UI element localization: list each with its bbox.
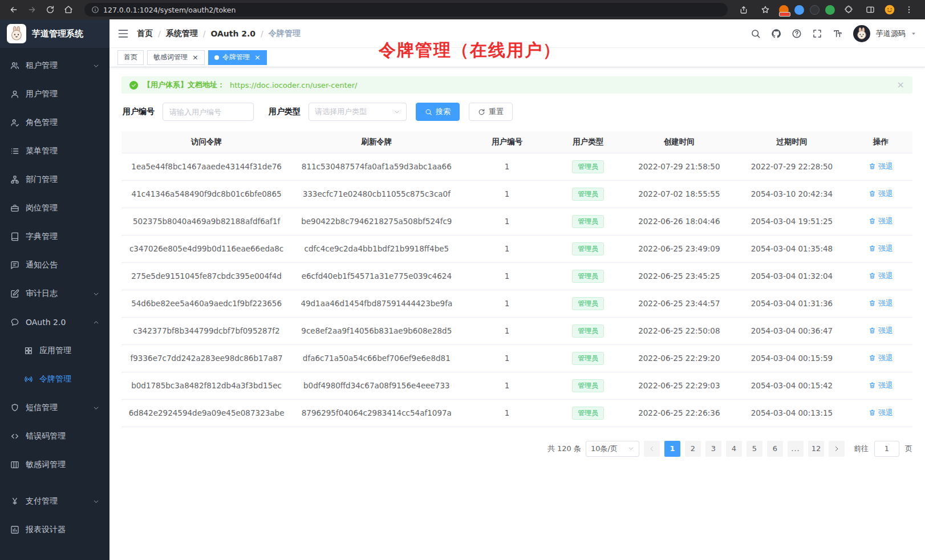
force-logout-button[interactable]: 强退 [869, 161, 893, 172]
user-type-label: 用户类型 [269, 107, 301, 117]
sidebar-item-oauth[interactable]: OAuth 2.0 [0, 308, 109, 336]
alert-close-icon[interactable]: × [897, 80, 904, 90]
tab-close-icon[interactable]: × [192, 54, 198, 61]
next-page-button[interactable] [829, 441, 845, 457]
force-logout-button[interactable]: 强退 [869, 189, 893, 199]
extension-icon-3[interactable] [810, 5, 819, 15]
rabbit-logo-icon [9, 26, 25, 42]
back-icon[interactable] [6, 2, 22, 17]
page-button-2[interactable]: 2 [685, 441, 701, 457]
trash-icon [869, 299, 876, 307]
doc-alert: 【用户体系】文档地址： https://doc.iocoder.cn/user-… [121, 76, 912, 94]
force-logout-button[interactable]: 强退 [869, 271, 893, 281]
breadcrumb-item: 令牌管理 [269, 29, 301, 39]
page-ellipsis[interactable]: ... [788, 441, 804, 457]
user-id-cell: 1 [461, 262, 553, 290]
force-logout-button[interactable]: 强退 [869, 298, 893, 309]
tab-label: 敏感词管理 [153, 52, 188, 62]
reset-button[interactable]: 重置 [469, 103, 513, 121]
sidebar-item-sms[interactable]: 短信管理 [0, 393, 109, 422]
sidebar-item-audit[interactable]: 审计日志 [0, 279, 109, 308]
browser-profile-avatar[interactable] [884, 4, 895, 15]
force-logout-button[interactable]: 强退 [869, 326, 893, 336]
breadcrumb-item[interactable]: 系统管理 [166, 29, 198, 39]
sidebar-item-dept[interactable]: 部门管理 [0, 165, 109, 194]
sidebar-item-token[interactable]: 令牌管理 [0, 365, 109, 393]
sidebar-item-notice[interactable]: 通知公告 [0, 251, 109, 279]
page-button-1[interactable]: 1 [664, 441, 680, 457]
role-icon [10, 118, 19, 127]
sidebar-item-report[interactable]: 报表设计器 [0, 516, 109, 544]
github-icon[interactable] [771, 29, 781, 39]
site-info-icon[interactable] [91, 6, 99, 14]
app-logo[interactable]: 芋道管理系统 [0, 19, 109, 48]
collapse-sidebar-icon[interactable] [117, 28, 129, 39]
chevron-left-icon [648, 445, 655, 452]
home-icon[interactable] [60, 2, 76, 17]
force-logout-button[interactable]: 强退 [869, 380, 893, 391]
force-logout-button[interactable]: 强退 [869, 216, 893, 226]
table-body: 1ea5e44f8bc1467aaede43144f31de76811c5304… [121, 153, 912, 427]
sidebar-item-post[interactable]: 岗位管理 [0, 194, 109, 222]
browser-menu-icon[interactable] [901, 2, 917, 17]
force-logout-button[interactable]: 强退 [869, 353, 893, 363]
split-view-icon[interactable] [862, 2, 878, 17]
extensions-puzzle-icon[interactable] [841, 2, 857, 17]
trash-icon [869, 163, 876, 170]
refresh-token-cell: cdfc4ce9c2da4bb1bdf21b9918ff4be5 [291, 235, 461, 262]
sidebar-item-role[interactable]: 角色管理 [0, 108, 109, 137]
breadcrumb-item[interactable]: 首页 [137, 29, 153, 39]
user-id-input[interactable] [163, 103, 254, 121]
tab-首页[interactable]: 首页 [117, 50, 144, 65]
fullscreen-icon[interactable] [812, 29, 822, 39]
force-logout-button[interactable]: 强退 [869, 244, 893, 254]
extension-icon-4[interactable] [825, 5, 835, 15]
sidebar-item-sensitive[interactable]: 敏感词管理 [0, 451, 109, 479]
chevron-down-icon [93, 63, 99, 69]
search-icon[interactable] [750, 29, 761, 39]
share-icon[interactable] [736, 2, 752, 17]
user-menu-caret-icon[interactable] [910, 30, 917, 37]
sidebar-item-pay[interactable]: 支付管理 [0, 487, 109, 516]
created-at-cell: 2022-06-25 22:29:03 [624, 372, 735, 399]
prev-page-button[interactable] [644, 441, 660, 457]
tab-令牌管理[interactable]: 令牌管理× [208, 50, 267, 65]
refresh-token-cell: 9ce8ef2aa9f14056b831ae9b608e28d5 [291, 317, 461, 344]
app-title: 芋道管理系统 [32, 29, 83, 39]
tab-close-icon[interactable]: × [254, 54, 261, 61]
sidebar-item-errcode[interactable]: 错误码管理 [0, 422, 109, 451]
table-row: c342377bf8b344799dcbf7bf095287f29ce8ef2a… [121, 317, 912, 344]
breadcrumb: 首页/系统管理/OAuth 2.0/令牌管理 [137, 29, 301, 39]
page-size-select[interactable]: 10条/页 [586, 441, 639, 457]
page-button-4[interactable]: 4 [726, 441, 742, 457]
page-button-5[interactable]: 5 [747, 441, 762, 457]
sidebar-item-app[interactable]: 应用管理 [0, 336, 109, 365]
reload-icon[interactable] [42, 2, 58, 17]
sidebar-item-dict[interactable]: 字典管理 [0, 222, 109, 251]
table-row: 41c41346a548490f9dc8b01c6bfe0865333ecfc7… [121, 180, 912, 208]
tab-敏感词管理[interactable]: 敏感词管理× [147, 50, 205, 65]
search-button[interactable]: 搜索 [416, 103, 460, 121]
trash-icon [869, 409, 876, 416]
address-bar[interactable]: 127.0.0.1:1024/system/oauth2/token [84, 3, 728, 17]
user-type-select[interactable]: 请选择用户类型 [309, 103, 407, 121]
help-icon[interactable] [792, 29, 802, 39]
alert-doc-link[interactable]: https://doc.iocoder.cn/user-center/ [230, 81, 357, 90]
force-logout-button[interactable]: 强退 [869, 408, 893, 418]
breadcrumb-item[interactable]: OAuth 2.0 [210, 29, 255, 38]
extension-icon-1[interactable] [779, 5, 789, 15]
sidebar-item-menu[interactable]: 菜单管理 [0, 137, 109, 165]
bookmark-star-icon[interactable] [757, 2, 773, 17]
font-size-icon[interactable] [833, 29, 843, 39]
page-button-6[interactable]: 6 [767, 441, 783, 457]
page-button-3[interactable]: 3 [705, 441, 721, 457]
sidebar-item-user[interactable]: 用户管理 [0, 80, 109, 108]
page-button-12[interactable]: 12 [808, 441, 824, 457]
forward-icon[interactable] [24, 2, 40, 17]
sidebar-item-tenant[interactable]: 租户管理 [0, 51, 109, 80]
goto-page-input[interactable] [874, 441, 899, 457]
extension-icon-2[interactable] [794, 5, 804, 15]
user-name[interactable]: 芋道源码 [876, 29, 906, 39]
chart-icon [10, 525, 19, 534]
user-avatar[interactable] [853, 25, 870, 42]
